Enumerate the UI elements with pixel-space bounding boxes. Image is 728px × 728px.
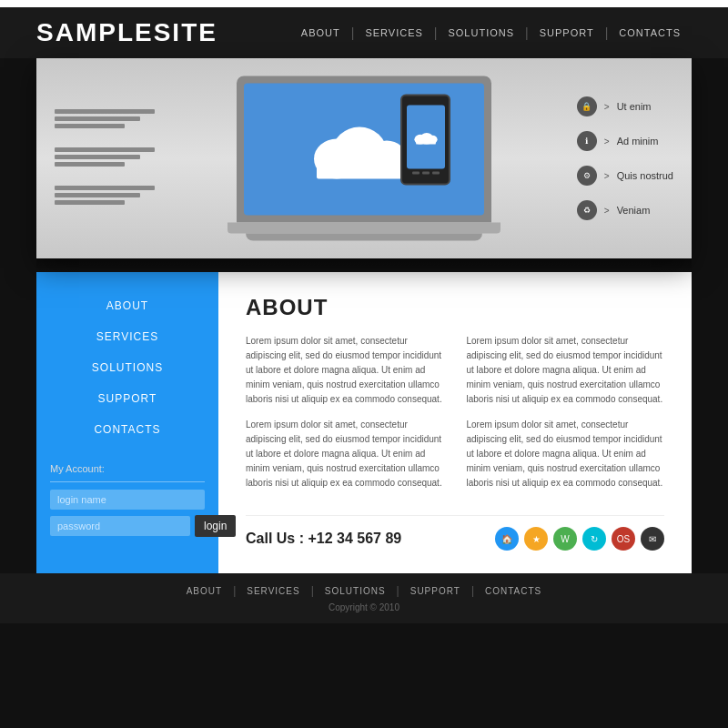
header: SAMPLESITE ABOUT | SERVICES | SOLUTIONS … xyxy=(0,7,728,58)
nav-support[interactable]: SUPPORT xyxy=(529,27,605,38)
feature-item-2: ℹ > Ad minim xyxy=(577,131,673,151)
hero-shadow xyxy=(36,258,692,272)
footer: ABOUT | SERVICES | SOLUTIONS | SUPPORT |… xyxy=(0,573,728,623)
main-content: ABOUT SERVICES SOLUTIONS SUPPORT CONTACT… xyxy=(36,272,692,573)
laptop-stand xyxy=(246,234,482,241)
footer-nav-about[interactable]: ABOUT xyxy=(176,586,233,596)
feature-label-3: Quis nostrud xyxy=(617,170,673,181)
refresh-icon: ♻ xyxy=(577,200,597,220)
social-icon-6[interactable]: ✉ xyxy=(641,527,664,551)
content-col-right: Lorem ipsum dolor sit amet, consectetur … xyxy=(467,334,665,501)
content-paragraph-1: Lorem ipsum dolor sit amet, consectetur … xyxy=(246,334,444,407)
feature-label-4: Veniam xyxy=(617,205,651,216)
password-input[interactable] xyxy=(50,516,190,536)
text-line xyxy=(55,124,125,128)
hero-text-block-1 xyxy=(55,109,155,131)
call-us-bar: Call Us : +12 34 567 89 🏠 ★ W ↻ OS ✉ xyxy=(246,515,664,551)
login-row: login xyxy=(50,515,205,537)
social-icons: 🏠 ★ W ↻ OS ✉ xyxy=(495,527,664,551)
content-col-left: Lorem ipsum dolor sit amet, consectetur … xyxy=(246,334,444,501)
feature-item-4: ♻ > Veniam xyxy=(577,200,673,220)
social-icon-1[interactable]: 🏠 xyxy=(495,527,519,551)
logo: SAMPLESITE xyxy=(36,18,217,47)
text-line xyxy=(55,186,155,190)
sidebar-item-services[interactable]: SERVICES xyxy=(36,321,218,352)
social-icon-5[interactable]: OS xyxy=(612,527,635,551)
sidebar-item-solutions[interactable]: SOLUTIONS xyxy=(36,352,218,383)
text-line xyxy=(55,109,155,114)
nav-about[interactable]: ABOUT xyxy=(290,27,351,38)
lock-icon: 🔒 xyxy=(577,96,597,116)
hero-text-block-3 xyxy=(55,186,155,207)
text-line xyxy=(55,193,140,197)
content-paragraph-2: Lorem ipsum dolor sit amet, consectetur … xyxy=(246,418,444,490)
hero-text-block-2 xyxy=(55,147,155,169)
feature-label-1: Ut enim xyxy=(617,101,652,112)
top-bar xyxy=(0,0,728,7)
phone-screen xyxy=(407,106,445,169)
phone-cloud-icon xyxy=(413,129,439,146)
sidebar-divider xyxy=(50,481,205,482)
social-icon-3[interactable]: W xyxy=(553,527,577,551)
content-area: ABOUT Lorem ipsum dolor sit amet, consec… xyxy=(218,272,692,573)
sidebar: ABOUT SERVICES SOLUTIONS SUPPORT CONTACT… xyxy=(36,272,218,573)
text-line xyxy=(55,147,155,152)
nav-services[interactable]: SERVICES xyxy=(354,27,433,38)
footer-nav-contacts[interactable]: CONTACTS xyxy=(474,586,552,596)
nav-solutions[interactable]: SOLUTIONS xyxy=(437,27,525,38)
info-icon: ℹ xyxy=(577,131,597,151)
main-nav: ABOUT | SERVICES | SOLUTIONS | SUPPORT |… xyxy=(290,25,692,40)
bottom-bar xyxy=(0,623,728,651)
content-paragraph-4: Lorem ipsum dolor sit amet, consectetur … xyxy=(467,418,665,490)
call-us-text: Call Us : +12 34 567 89 xyxy=(246,531,401,547)
laptop-base xyxy=(228,223,500,234)
feature-item-3: ⚙ > Quis nostrud xyxy=(577,166,673,186)
svg-rect-7 xyxy=(317,158,408,178)
laptop-illustration xyxy=(237,76,491,241)
content-columns: Lorem ipsum dolor sit amet, consectetur … xyxy=(246,334,664,501)
footer-nav-services[interactable]: SERVICES xyxy=(236,586,310,596)
hero-left-text xyxy=(55,109,155,207)
content-paragraph-3: Lorem ipsum dolor sit amet, consectetur … xyxy=(467,334,665,407)
hero-features: 🔒 > Ut enim ℹ > Ad minim ⚙ > Quis nostru… xyxy=(577,96,673,220)
nav-contacts[interactable]: CONTACTS xyxy=(608,27,692,38)
text-line xyxy=(55,162,125,167)
login-name-input[interactable] xyxy=(50,490,205,510)
account-label: My Account: xyxy=(50,463,205,474)
footer-copyright: Copyright © 2010 xyxy=(329,602,399,612)
phone-illustration xyxy=(400,95,450,186)
text-line xyxy=(55,200,125,205)
sidebar-item-contacts[interactable]: CONTACTS xyxy=(36,414,218,445)
footer-nav: ABOUT | SERVICES | SOLUTIONS | SUPPORT |… xyxy=(176,584,553,597)
footer-nav-support[interactable]: SUPPORT xyxy=(399,586,471,596)
text-line xyxy=(55,116,140,121)
footer-nav-solutions[interactable]: SOLUTIONS xyxy=(314,586,397,596)
sidebar-account: My Account: login xyxy=(36,463,218,537)
phone-buttons xyxy=(412,172,440,175)
text-line xyxy=(55,155,140,159)
social-icon-4[interactable]: ↻ xyxy=(582,527,606,551)
sidebar-item-about[interactable]: ABOUT xyxy=(36,290,218,321)
feature-item-1: 🔒 > Ut enim xyxy=(577,96,673,116)
svg-rect-3 xyxy=(416,139,436,144)
laptop-screen-outer xyxy=(237,76,491,223)
social-icon-2[interactable]: ★ xyxy=(524,527,548,551)
feature-label-2: Ad minim xyxy=(617,136,659,147)
gear-icon: ⚙ xyxy=(577,166,597,186)
sidebar-item-support[interactable]: SUPPORT xyxy=(36,383,218,414)
content-title: ABOUT xyxy=(246,295,664,320)
hero-section: 🔒 > Ut enim ℹ > Ad minim ⚙ > Quis nostru… xyxy=(36,58,692,258)
